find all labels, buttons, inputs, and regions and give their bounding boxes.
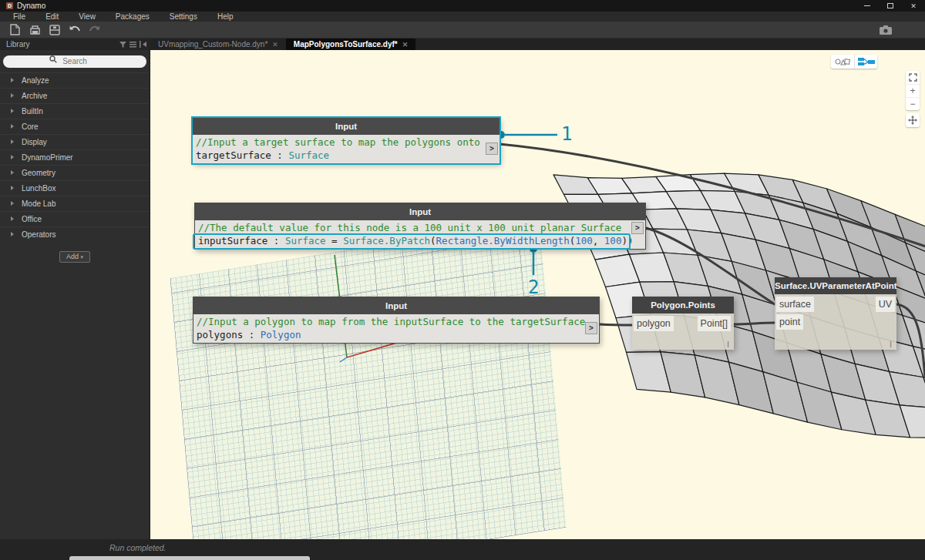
pan-button[interactable] bbox=[906, 113, 920, 127]
output-port[interactable]: > bbox=[631, 222, 644, 234]
graph-view-toggle[interactable] bbox=[854, 55, 877, 69]
sidebar-item-display[interactable]: Display bbox=[0, 134, 150, 149]
add-button[interactable]: Add ▾ bbox=[59, 251, 90, 263]
output-port-points[interactable]: Point[] bbox=[698, 316, 731, 331]
fit-view-button[interactable] bbox=[906, 71, 920, 84]
sidebar-item-archive[interactable]: Archive bbox=[0, 88, 150, 103]
menu-settings[interactable]: Settings bbox=[160, 12, 207, 21]
open-icon bbox=[29, 25, 41, 35]
code-comment: //Input a polygon to map from the inputS… bbox=[197, 315, 582, 328]
tab-mappolygons[interactable]: MapPolygonsToSurface.dyf* ✕ bbox=[286, 39, 415, 50]
tab-uvmapping[interactable]: UVmapping_Custom-Node.dyn* ✕ bbox=[150, 39, 286, 50]
lacing-indicator[interactable]: I bbox=[727, 340, 729, 349]
sidebar-item-lunchbox[interactable]: LunchBox bbox=[0, 180, 150, 196]
tab-uvmapping-label: UVmapping_Custom-Node.dyn* bbox=[158, 40, 267, 49]
menu-file[interactable]: File bbox=[3, 12, 35, 21]
node-header[interactable]: Input bbox=[193, 297, 599, 314]
tab-uvmapping-close-icon[interactable]: ✕ bbox=[272, 41, 278, 49]
title-bar: D Dynamo ✕ bbox=[0, 0, 925, 12]
sidebar-item-builtin[interactable]: BuiltIn bbox=[0, 103, 150, 119]
close-button[interactable]: ✕ bbox=[902, 0, 925, 12]
close-icon: ✕ bbox=[910, 2, 917, 10]
code-line: polygons : Polygon bbox=[197, 328, 582, 341]
library-panel-header: Library bbox=[0, 39, 150, 50]
chevron-right-icon bbox=[11, 232, 14, 236]
undo-button[interactable] bbox=[65, 22, 85, 38]
search-input[interactable] bbox=[3, 55, 146, 68]
tab-strip: UVmapping_Custom-Node.dyn* ✕ MapPolygons… bbox=[150, 39, 925, 50]
chevron-right-icon bbox=[11, 78, 14, 82]
node-body: polygon Point[] I bbox=[632, 314, 734, 350]
output-port[interactable]: > bbox=[486, 143, 498, 155]
redo-button[interactable] bbox=[85, 22, 105, 38]
node-header[interactable]: Polygon.Points bbox=[632, 297, 734, 314]
chevron-right-icon bbox=[11, 93, 14, 98]
node-input-targetsurface[interactable]: Input //Input a target surface to map th… bbox=[193, 118, 500, 163]
chevron-right-icon bbox=[11, 139, 14, 144]
library-title: Library bbox=[6, 40, 30, 49]
filter-icon[interactable] bbox=[119, 41, 126, 48]
node-body: surface point UV I bbox=[775, 294, 896, 350]
toolbar bbox=[0, 22, 925, 39]
run-status: Run completed. bbox=[109, 543, 166, 552]
output-port[interactable]: > bbox=[585, 322, 597, 334]
zoom-controls: + − bbox=[906, 71, 920, 110]
sidebar-item-dynamoprimer[interactable]: DynamoPrimer bbox=[0, 149, 150, 165]
search-icon bbox=[49, 55, 57, 63]
callout-1: 1 bbox=[561, 123, 572, 145]
geometry-shapes-icon bbox=[835, 57, 850, 66]
header-row: Library UVmapping_Custom-Node.dyn* ✕ Map… bbox=[0, 39, 925, 50]
input-port-surface[interactable]: surface bbox=[776, 297, 814, 312]
menu-edit[interactable]: Edit bbox=[35, 12, 69, 21]
node-header[interactable]: Input bbox=[193, 118, 500, 135]
sidebar-item-office[interactable]: Office bbox=[0, 211, 150, 226]
save-button[interactable] bbox=[45, 22, 65, 38]
callout-2: 2 bbox=[528, 277, 539, 298]
output-port-uv[interactable]: UV bbox=[876, 297, 895, 312]
graph-nodes-icon bbox=[858, 57, 875, 66]
sidebar-item-analyze[interactable]: Analyze bbox=[0, 72, 150, 88]
sidebar-item-core[interactable]: Core bbox=[0, 119, 150, 134]
tab-mappolygons-label: MapPolygonsToSurface.dyf* bbox=[294, 40, 398, 49]
sidebar-item-operators[interactable]: Operators bbox=[0, 226, 150, 242]
node-input-inputsurface[interactable]: Input //The default value for this node … bbox=[194, 203, 646, 250]
minimize-icon bbox=[864, 5, 870, 6]
export-image-button[interactable] bbox=[876, 22, 896, 38]
node-polygon-points[interactable]: Polygon.Points polygon Point[] I bbox=[632, 297, 734, 350]
zoom-in-button[interactable]: + bbox=[906, 84, 920, 97]
chevron-right-icon bbox=[11, 216, 14, 221]
camera-icon bbox=[880, 25, 892, 35]
node-uv-parameter-at-point[interactable]: Surface.UVParameterAtPoint surface point… bbox=[775, 277, 896, 350]
run-panel-peek[interactable] bbox=[69, 556, 310, 560]
window-title: Dynamo bbox=[17, 2, 45, 10]
status-bar: Run completed. bbox=[0, 539, 925, 560]
save-icon bbox=[49, 25, 60, 35]
new-file-button[interactable] bbox=[5, 22, 25, 38]
node-header[interactable]: Surface.UVParameterAtPoint bbox=[775, 277, 896, 294]
workspace-canvas[interactable]: Input //Input a target surface to map th… bbox=[150, 50, 925, 539]
wire-polygons-to-polygon bbox=[600, 324, 632, 325]
code-block[interactable]: //Input a polygon to map from the inputS… bbox=[193, 314, 599, 343]
lacing-indicator[interactable]: I bbox=[890, 340, 892, 349]
minimize-button[interactable] bbox=[856, 0, 879, 12]
zoom-out-button[interactable]: − bbox=[906, 97, 920, 110]
menu-view[interactable]: View bbox=[69, 12, 106, 21]
input-port-point[interactable]: point bbox=[776, 314, 803, 330]
collapse-panel-icon[interactable] bbox=[140, 41, 146, 48]
tab-mappolygons-close-icon[interactable]: ✕ bbox=[402, 41, 409, 49]
list-view-icon[interactable] bbox=[130, 41, 136, 48]
sidebar-item-modelab[interactable]: Mode Lab bbox=[0, 196, 150, 211]
node-header[interactable]: Input bbox=[195, 203, 645, 220]
code-block[interactable]: //Input a target surface to map the poly… bbox=[193, 135, 500, 163]
input-port-polygon[interactable]: polygon bbox=[634, 316, 674, 331]
menu-help[interactable]: Help bbox=[207, 12, 244, 21]
node-input-polygons[interactable]: Input //Input a polygon to map from the … bbox=[193, 297, 600, 344]
geometry-preview-toggle[interactable] bbox=[831, 55, 854, 69]
code-block[interactable]: //The default value for this node is a 1… bbox=[195, 220, 645, 249]
maximize-button[interactable] bbox=[879, 0, 902, 12]
chevron-right-icon bbox=[11, 155, 14, 159]
chevron-right-icon bbox=[11, 124, 14, 129]
open-button[interactable] bbox=[25, 22, 45, 38]
menu-packages[interactable]: Packages bbox=[106, 12, 160, 21]
sidebar-item-geometry[interactable]: Geometry bbox=[0, 165, 150, 180]
